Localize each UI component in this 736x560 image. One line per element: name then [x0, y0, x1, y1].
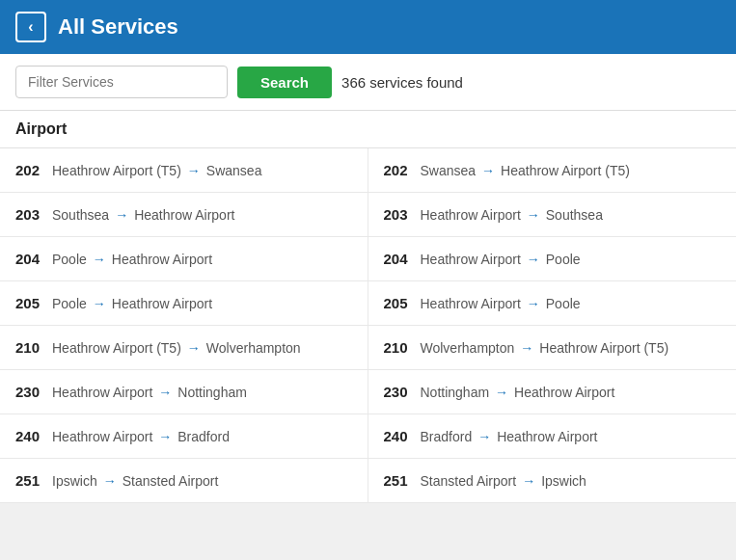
list-item[interactable]: 251 Stansted Airport → Ipswich	[368, 459, 737, 503]
service-route: Ipswich → Stansted Airport	[52, 473, 218, 489]
service-number: 205	[15, 295, 52, 311]
service-route: Heathrow Airport → Nottingham	[52, 385, 247, 400]
page-title: All Services	[58, 14, 178, 40]
list-item[interactable]: 204 Poole → Heathrow Airport	[0, 237, 368, 281]
service-number: 204	[384, 251, 421, 267]
service-route: Heathrow Airport (T5) → Wolverhampton	[52, 340, 301, 356]
arrow-icon: →	[522, 473, 535, 489]
service-route: Poole → Heathrow Airport	[52, 296, 212, 311]
arrow-icon: →	[93, 296, 106, 311]
origin: Swansea	[421, 163, 477, 178]
list-item[interactable]: 240 Bradford → Heathrow Airport	[368, 414, 737, 459]
list-item[interactable]: 251 Ipswich → Stansted Airport	[0, 459, 368, 503]
destination: Stansted Airport	[123, 473, 219, 489]
origin: Heathrow Airport (T5)	[52, 340, 181, 356]
service-route: Heathrow Airport → Bradford	[52, 429, 230, 444]
arrow-icon: →	[93, 252, 106, 267]
service-route: Swansea → Heathrow Airport (T5)	[421, 163, 630, 178]
service-route: Poole → Heathrow Airport	[52, 252, 212, 267]
service-number: 202	[384, 162, 421, 178]
list-item[interactable]: 210 Wolverhampton → Heathrow Airport (T5…	[368, 326, 737, 370]
origin: Heathrow Airport	[52, 385, 152, 400]
origin: Southsea	[52, 207, 109, 223]
back-button[interactable]: ‹	[15, 12, 46, 42]
service-number: 203	[384, 206, 421, 223]
list-item[interactable]: 210 Heathrow Airport (T5) → Wolverhampto…	[0, 326, 368, 370]
arrow-icon: →	[527, 207, 540, 223]
arrow-icon: →	[495, 385, 508, 400]
arrow-icon: →	[103, 473, 117, 489]
origin: Heathrow Airport (T5)	[52, 163, 181, 178]
destination: Bradford	[177, 429, 230, 444]
service-route: Wolverhampton → Heathrow Airport (T5)	[421, 340, 669, 356]
service-route: Heathrow Airport → Poole	[421, 296, 581, 311]
service-number: 203	[15, 206, 52, 223]
service-number: 251	[15, 472, 52, 489]
list-item[interactable]: 205 Heathrow Airport → Poole	[368, 281, 737, 326]
filter-input[interactable]	[15, 66, 228, 98]
list-item[interactable]: 203 Heathrow Airport → Southsea	[368, 193, 737, 237]
destination: Southsea	[546, 207, 603, 223]
origin: Nottingham	[421, 385, 490, 400]
origin: Wolverhampton	[421, 340, 515, 356]
origin: Heathrow Airport	[421, 296, 521, 311]
service-number: 205	[384, 295, 421, 311]
service-route: Nottingham → Heathrow Airport	[421, 385, 615, 400]
list-item[interactable]: 202 Swansea → Heathrow Airport (T5)	[368, 148, 737, 193]
service-number: 230	[15, 384, 52, 400]
arrow-icon: →	[158, 429, 172, 444]
destination: Poole	[546, 252, 581, 267]
service-number: 210	[384, 339, 421, 356]
list-item[interactable]: 204 Heathrow Airport → Poole	[368, 237, 737, 281]
list-item[interactable]: 203 Southsea → Heathrow Airport	[0, 193, 368, 237]
destination: Heathrow Airport	[514, 385, 614, 400]
origin: Stansted Airport	[421, 473, 517, 489]
origin: Heathrow Airport	[421, 207, 521, 223]
search-button[interactable]: Search	[237, 67, 332, 98]
arrow-icon: →	[527, 296, 540, 311]
service-number: 251	[384, 472, 421, 489]
list-item[interactable]: 202 Heathrow Airport (T5) → Swansea	[0, 148, 368, 193]
origin: Heathrow Airport	[52, 429, 152, 444]
arrow-icon: →	[477, 429, 491, 444]
origin: Heathrow Airport	[421, 252, 521, 267]
destination: Heathrow Airport (T5)	[501, 163, 630, 178]
origin: Ipswich	[52, 473, 97, 489]
destination: Heathrow Airport	[112, 296, 212, 311]
service-route: Bradford → Heathrow Airport	[421, 429, 598, 444]
service-number: 204	[15, 251, 52, 267]
list-item[interactable]: 205 Poole → Heathrow Airport	[0, 281, 368, 326]
back-icon: ‹	[28, 18, 33, 36]
destination: Poole	[546, 296, 581, 311]
service-route: Southsea → Heathrow Airport	[52, 207, 234, 223]
destination: Swansea	[206, 163, 262, 178]
results-count: 366 services found	[341, 74, 463, 91]
services-grid: 202 Heathrow Airport (T5) → Swansea 202 …	[0, 148, 736, 503]
destination: Heathrow Airport	[497, 429, 597, 444]
arrow-icon: →	[527, 252, 540, 267]
destination: Heathrow Airport (T5)	[539, 340, 668, 356]
service-number: 230	[384, 384, 421, 400]
arrow-icon: →	[187, 340, 201, 356]
service-route: Heathrow Airport → Poole	[421, 252, 581, 267]
destination: Nottingham	[177, 385, 247, 400]
service-route: Heathrow Airport → Southsea	[421, 207, 603, 223]
arrow-icon: →	[187, 163, 201, 178]
destination: Ipswich	[541, 473, 586, 489]
destination: Wolverhampton	[206, 340, 301, 356]
origin: Poole	[52, 296, 87, 311]
arrow-icon: →	[520, 340, 533, 356]
origin: Bradford	[421, 429, 473, 444]
service-route: Heathrow Airport (T5) → Swansea	[52, 163, 261, 178]
list-item[interactable]: 230 Heathrow Airport → Nottingham	[0, 370, 368, 414]
list-item[interactable]: 230 Nottingham → Heathrow Airport	[368, 370, 737, 414]
arrow-icon: →	[115, 207, 128, 223]
list-item[interactable]: 240 Heathrow Airport → Bradford	[0, 414, 368, 459]
destination: Heathrow Airport	[112, 252, 212, 267]
arrow-icon: →	[158, 385, 172, 400]
search-bar: Search 366 services found	[0, 54, 736, 111]
header: ‹ All Services	[0, 0, 736, 54]
service-number: 240	[15, 428, 52, 444]
category-label: Airport	[15, 120, 67, 137]
service-number: 210	[15, 339, 52, 356]
